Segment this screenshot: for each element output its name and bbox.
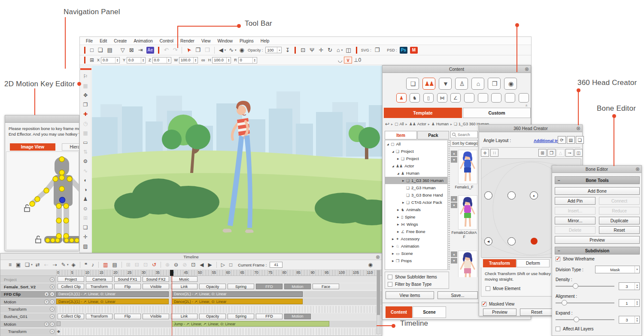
create-character-icon[interactable]: ⚐ bbox=[80, 72, 91, 81]
after-effects-badge[interactable]: Ae bbox=[146, 47, 154, 54]
align-tools-icon[interactable]: ⇅ bbox=[80, 147, 91, 156]
tab-hierarchy[interactable]: Hierarchy bbox=[62, 143, 79, 151]
tree-item-project[interactable]: ◢❏Project bbox=[385, 148, 447, 155]
track-button-sound-fx2[interactable]: Sound FX2 bbox=[143, 276, 169, 282]
menu-create[interactable]: Create bbox=[110, 39, 130, 43]
spinner-icons[interactable]: ▲▼ bbox=[167, 58, 171, 63]
menu-window[interactable]: Window bbox=[214, 39, 236, 43]
empty-subcategory-icon[interactable] bbox=[464, 93, 474, 103]
coord-y-input[interactable]: 0.0▲▼ bbox=[127, 57, 146, 64]
coord-r-input[interactable]: 0▲▼ bbox=[238, 57, 257, 64]
track-close-icon[interactable]: × bbox=[50, 292, 55, 297]
track-label-female-sort-v2[interactable]: Female_Sort_V2× bbox=[0, 283, 56, 290]
checkbox-icon[interactable] bbox=[556, 327, 560, 331]
slider-thumb[interactable] bbox=[562, 300, 567, 306]
menu-control[interactable]: Control bbox=[156, 39, 177, 43]
clip-dance-2l[interactable]: Dance(2L) - ↗: Linear, ⊙: Linear bbox=[172, 299, 303, 304]
collect-template-icon[interactable]: ❐ bbox=[80, 100, 91, 109]
spinner-icons[interactable]: ▲▼ bbox=[252, 58, 257, 63]
expand-input[interactable]: 3▲▼ bbox=[619, 316, 640, 324]
menu-help[interactable]: Help bbox=[257, 39, 273, 43]
track-button-motion[interactable]: Motion bbox=[284, 314, 311, 319]
angle-position-5[interactable]: ◀ bbox=[484, 237, 492, 245]
tree-arrow-icon[interactable]: ◢ bbox=[397, 172, 401, 175]
collapse-categories-icon[interactable]: » bbox=[524, 104, 528, 106]
coord-x-input[interactable]: 0.0▲▼ bbox=[101, 57, 120, 64]
redo-icon[interactable]: ↷ bbox=[171, 47, 180, 53]
export-image-icon[interactable]: ⊠ bbox=[127, 47, 136, 53]
face-puppet-icon[interactable]: ◐ bbox=[80, 176, 91, 185]
track-close-icon[interactable]: × bbox=[50, 277, 55, 282]
tree-item-animals[interactable]: ▶♞Animals bbox=[385, 206, 447, 213]
keyframe-diamond-icon[interactable]: ◆ bbox=[57, 329, 60, 333]
duplicate-button[interactable]: Duplicate bbox=[599, 217, 640, 224]
track-button-flip[interactable]: Flip bbox=[114, 284, 141, 289]
opacity-input[interactable]: 100▾ bbox=[265, 47, 282, 53]
track-button-transform[interactable]: Transform bbox=[86, 284, 112, 289]
select-tool-icon[interactable]: ➤ bbox=[184, 45, 194, 56]
tree-arrow-icon[interactable]: ▶ bbox=[397, 157, 401, 160]
stop-button[interactable]: □ bbox=[227, 262, 234, 268]
chevron-down-icon[interactable]: ▼ bbox=[635, 266, 639, 273]
track-button-visible[interactable]: Visible bbox=[143, 314, 169, 319]
thumbnail-image[interactable] bbox=[458, 150, 477, 184]
angle-position-6[interactable] bbox=[507, 237, 516, 245]
connect-button[interactable]: Connect bbox=[599, 197, 640, 205]
new-project-icon[interactable]: □ bbox=[88, 47, 96, 53]
track-collapse-icon[interactable]: ∨ bbox=[44, 300, 49, 304]
measure-tool-icon[interactable]: ▨ bbox=[80, 242, 91, 251]
free-bone-subcategory-icon[interactable]: ∠ bbox=[450, 93, 461, 103]
attach-icon[interactable]: ∿ bbox=[227, 47, 236, 53]
clip-mode-icon[interactable]: ▥ bbox=[101, 262, 110, 268]
composer-mode-icon[interactable]: ▦ bbox=[80, 81, 91, 90]
tree-item-wings[interactable]: ▶⋈Wings bbox=[385, 221, 447, 228]
sample-mode-icon[interactable]: ▤ bbox=[110, 262, 119, 268]
checkbox-icon[interactable] bbox=[388, 275, 392, 279]
track-button-spring[interactable]: Spring bbox=[228, 314, 254, 319]
close-icon[interactable]: ⊗ bbox=[376, 254, 380, 260]
thumb-up-icon[interactable]: ▲ bbox=[451, 251, 457, 257]
track-button-motion[interactable]: Motion bbox=[284, 284, 311, 289]
spinner-icons[interactable]: ▲▼ bbox=[226, 58, 231, 63]
layer-grid-icon[interactable]: ⊞ bbox=[80, 213, 91, 222]
tree-item-human[interactable]: ◢♟Human bbox=[385, 170, 447, 177]
move-element-checkbox[interactable]: Move Element bbox=[486, 286, 520, 291]
track-close-icon[interactable]: × bbox=[50, 329, 55, 334]
tree-item-3-g3-bone-hand[interactable]: ❏3_G3 Bone Hand bbox=[385, 191, 447, 199]
clip-dance-2l-1[interactable]: Dance(2L)(1) - ↗: Linear, ⊙: Linear bbox=[56, 299, 169, 304]
subdivision-header[interactable]: −Subdivision bbox=[555, 247, 640, 254]
visibility-eye-icon[interactable]: ◉ bbox=[237, 47, 246, 53]
track-button-opacity[interactable]: Opacity bbox=[199, 314, 226, 319]
tree-item-props[interactable]: ▶❒Props bbox=[385, 257, 447, 264]
tree-item-scene[interactable]: ▶▭Scene bbox=[385, 250, 447, 257]
track-button-transform[interactable]: Transform bbox=[86, 314, 112, 319]
thumbnail-item[interactable]: ▲▼ bbox=[450, 251, 478, 277]
coord-z-input[interactable]: 0.0▲▼ bbox=[152, 57, 171, 64]
scrollbar-thumb[interactable] bbox=[377, 270, 380, 315]
tab-pack[interactable]: Pack bbox=[417, 131, 449, 139]
track-button-collect-clip[interactable]: Collect Clip bbox=[58, 314, 84, 319]
filter-base-type-checkbox[interactable]: Filter by Base Type bbox=[388, 282, 431, 287]
motion-category-icon[interactable]: ♙ bbox=[455, 78, 468, 90]
track-list-icon[interactable]: ≡ bbox=[6, 262, 14, 268]
play-button[interactable]: ▷ bbox=[219, 262, 227, 268]
animal-subcategory-icon[interactable]: ♞ bbox=[410, 93, 420, 103]
thumb-up-icon[interactable]: ▲ bbox=[451, 151, 457, 156]
audio-sync-icon[interactable]: ◈ bbox=[69, 262, 77, 268]
checkbox-icon[interactable] bbox=[482, 302, 486, 306]
prev-key-icon[interactable]: ⇠ bbox=[42, 262, 51, 268]
track-close-icon[interactable]: × bbox=[50, 314, 55, 319]
tree-item-actor[interactable]: ◢♟♟Actor bbox=[385, 162, 447, 170]
head-creator-tool-icon[interactable]: ☺ bbox=[80, 204, 91, 213]
motion-live-badge[interactable]: M bbox=[410, 47, 418, 54]
track-button-ffd[interactable]: FFD bbox=[256, 284, 283, 289]
axis-cross-icon[interactable]: ✛ bbox=[481, 149, 489, 157]
import-icon[interactable]: ↧ bbox=[283, 47, 292, 53]
division-type-dropdown[interactable]: Mask▼ bbox=[595, 266, 640, 273]
render-frame-icon[interactable]: ⊡ bbox=[298, 47, 307, 53]
collapse-icon[interactable]: − bbox=[558, 248, 560, 253]
reduce-button[interactable]: Reduce bbox=[599, 207, 640, 215]
layout-grid-icon[interactable]: ⊞ bbox=[88, 57, 96, 63]
close-icon[interactable]: ⊗ bbox=[635, 166, 640, 173]
track-button-sound-fx1[interactable]: Sound FX1 bbox=[114, 276, 141, 282]
